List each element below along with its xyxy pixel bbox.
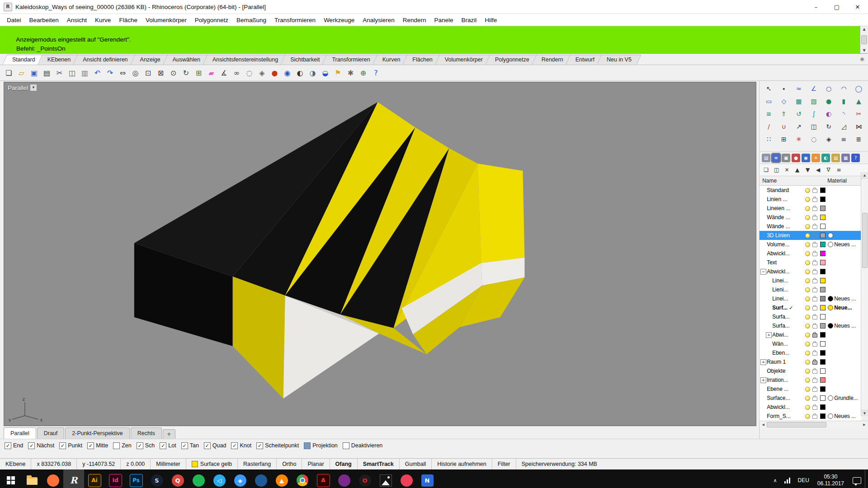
display-panel-tab[interactable]: ▣ <box>782 154 790 162</box>
osnap-checkbox[interactable]: ✓ Lot <box>160 442 176 449</box>
layer-row[interactable]: Form_S... ✓ Neues ... <box>760 412 861 421</box>
layer-color-swatch[interactable] <box>820 296 826 301</box>
osnap-checkbox[interactable]: ✓ Projektion <box>304 442 338 449</box>
taskbar-app-spotify[interactable] <box>188 469 209 488</box>
layer-color-swatch[interactable] <box>820 395 826 401</box>
move-layer-up-icon[interactable]: ▲ <box>793 165 802 175</box>
checkbox[interactable]: ✓ <box>181 442 188 449</box>
layer-visibility-bulb-icon[interactable] <box>805 278 810 283</box>
options-icon[interactable]: ✱ <box>344 67 357 79</box>
layer-material-icon[interactable] <box>828 404 833 410</box>
ellipse-tool-icon[interactable]: ◯ <box>851 82 866 95</box>
layer-visibility-bulb-icon[interactable] <box>805 233 810 238</box>
layer-lock-icon[interactable] <box>812 333 817 338</box>
redo-icon[interactable]: ↷ <box>104 67 116 79</box>
scroll-down-icon[interactable]: ▼ <box>863 48 865 52</box>
layer-color-swatch[interactable] <box>820 269 826 274</box>
group-tool-icon[interactable]: ⊞ <box>776 133 791 145</box>
status-cell[interactable]: Speicherverwendung: 334 MB <box>516 459 868 469</box>
layer-material-icon[interactable] <box>828 233 833 238</box>
render-settings-icon[interactable]: ◉ <box>281 67 293 79</box>
join-tool-icon[interactable]: ∪ <box>776 120 791 133</box>
toolbar-tab[interactable]: Sichtbarkeit <box>283 55 327 65</box>
status-cell[interactable]: Ortho <box>277 459 302 469</box>
layer-color-swatch[interactable] <box>820 377 826 383</box>
layer-lock-icon[interactable] <box>812 379 817 383</box>
scale-tool-icon[interactable]: ◿ <box>836 120 851 133</box>
layer-horizontal-scrollbar[interactable]: ◀ ▶ <box>760 421 868 428</box>
scroll-thumb[interactable] <box>767 422 826 427</box>
taskbar-app-safari[interactable]: ◈ <box>230 469 250 488</box>
layer-visibility-bulb-icon[interactable] <box>805 296 810 301</box>
taskbar-app-slack[interactable] <box>334 469 354 488</box>
grid-icon[interactable]: ⊞ <box>193 67 205 79</box>
layer-visibility-bulb-icon[interactable] <box>805 305 810 310</box>
layer-color-swatch[interactable] <box>820 359 826 365</box>
checkbox[interactable]: ✓ <box>304 442 311 449</box>
layer-visibility-bulb-icon[interactable] <box>805 387 810 392</box>
layer-material-icon[interactable] <box>828 242 833 247</box>
osnap-checkbox[interactable]: ✓ Mitte <box>87 442 108 449</box>
layer-color-swatch[interactable] <box>820 305 826 310</box>
layer-visibility-bulb-icon[interactable] <box>805 414 810 419</box>
rectangle-tool-icon[interactable]: ▭ <box>761 95 776 108</box>
layer-color-swatch[interactable] <box>820 215 826 220</box>
layer-visibility-bulb-icon[interactable] <box>805 314 810 319</box>
layer-color-swatch[interactable] <box>820 188 826 193</box>
layer-visibility-bulb-icon[interactable] <box>805 351 810 356</box>
menu-item[interactable]: Bearbeiten <box>25 17 63 23</box>
status-cell[interactable]: z 0.000 <box>121 459 151 469</box>
layer-lock-icon[interactable] <box>812 252 817 256</box>
layer-visibility-bulb-icon[interactable] <box>805 378 810 383</box>
layer-expand-toggle[interactable]: − <box>760 269 766 275</box>
layer-visibility-bulb-icon[interactable] <box>805 269 810 274</box>
menu-item[interactable]: Hilfe <box>481 17 501 23</box>
status-cell[interactable]: Filter <box>492 459 516 469</box>
checkbox[interactable]: ✓ <box>160 442 166 449</box>
layer-visibility-bulb-icon[interactable] <box>805 260 810 265</box>
show-desktop-strip[interactable] <box>865 469 868 488</box>
toolbar-tab[interactable]: Auswählen <box>165 55 208 65</box>
layer-lock-icon[interactable] <box>812 297 817 301</box>
layer-row[interactable]: Surfa... ✓ <box>760 312 861 321</box>
layer-lock-icon[interactable] <box>812 279 817 283</box>
open-file-icon[interactable]: ▱ <box>15 67 28 79</box>
osnap-checkbox[interactable]: ✓ Tan <box>181 442 199 449</box>
network-icon[interactable] <box>784 478 790 483</box>
menu-item[interactable]: Rendern <box>399 17 430 23</box>
taskbar-app-steam[interactable]: S <box>146 469 167 488</box>
layer-visibility-bulb-icon[interactable] <box>805 333 810 338</box>
keyboard-language[interactable]: DEU <box>797 477 809 483</box>
layer-row[interactable]: Abwickl... ✓ <box>760 403 861 412</box>
layer-lock-icon[interactable] <box>812 315 817 319</box>
layer-color-swatch[interactable] <box>820 260 826 265</box>
menu-item[interactable]: Ansicht <box>63 17 91 23</box>
materials-panel-tab[interactable]: ● <box>792 154 800 162</box>
layer-lock-icon[interactable] <box>812 198 817 202</box>
viewport[interactable]: Parallel ▾ z x y <box>4 82 756 426</box>
taskbar-app-telegram[interactable]: ◁ <box>209 469 230 488</box>
status-cell[interactable]: Historie aufnehmen <box>432 459 492 469</box>
menu-item[interactable]: Datei <box>3 17 25 23</box>
command-scrollbar[interactable]: ▲ ▼ <box>860 26 868 53</box>
layer-material-icon[interactable] <box>828 413 833 419</box>
notes-panel-tab[interactable]: ▤ <box>831 154 840 162</box>
scroll-thumb[interactable] <box>862 213 868 268</box>
checkbox[interactable]: ✓ <box>137 442 143 449</box>
layer-row[interactable]: Surf... ✓ Neue... <box>760 303 861 312</box>
layer-row[interactable]: Linien ... ✓ <box>760 195 861 204</box>
viewport-model[interactable] <box>4 82 756 426</box>
measure-icon[interactable]: ∡ <box>218 67 230 79</box>
layer-color-swatch[interactable] <box>820 332 826 338</box>
layer-lock-icon[interactable] <box>812 406 817 410</box>
viewport-title-label[interactable]: Parallel <box>8 84 28 91</box>
layer-material-icon[interactable] <box>828 287 833 292</box>
menu-item[interactable]: Bemaßung <box>232 17 270 23</box>
status-cell[interactable]: Surface gelb <box>186 459 238 469</box>
layer-lock-icon[interactable] <box>812 415 817 419</box>
trim-tool-icon[interactable]: ✂ <box>851 108 866 120</box>
cone-tool-icon[interactable]: ▲ <box>851 95 866 108</box>
menu-item[interactable]: Brazil <box>458 17 481 23</box>
layer-row[interactable]: Linei... ✓ Neues ... <box>760 294 861 303</box>
tray-expand-icon[interactable]: ∧ <box>769 478 781 483</box>
